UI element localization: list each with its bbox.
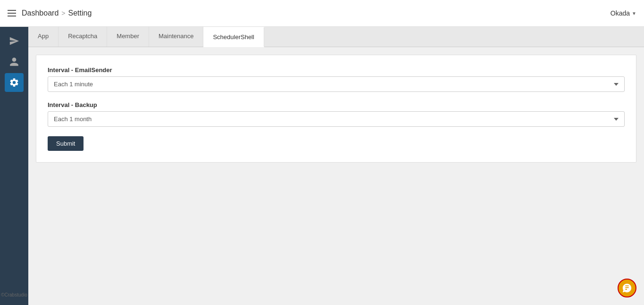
chevron-down-icon: ▼ [632, 11, 636, 16]
backup-label: Interval - Backup [48, 101, 625, 108]
sidebar-item-send[interactable] [5, 32, 24, 50]
submit-button[interactable]: Submit [48, 136, 84, 151]
chat-fab-button[interactable] [618, 279, 636, 297]
tab-recaptcha[interactable]: Recaptcha [59, 27, 107, 47]
send-icon [9, 36, 19, 46]
breadcrumb: Dashboard > Setting [22, 9, 92, 17]
sidebar-item-user[interactable] [5, 52, 24, 71]
gear-icon [9, 77, 19, 88]
app-wrapper: Dashboard > Setting Okada ▼ [0, 0, 644, 305]
sidebar-footer: ©Crabstudio [1, 292, 27, 297]
tab-schedulershell[interactable]: SchedulerShell [203, 27, 264, 47]
email-sender-group: Interval - EmailSender Each 1 minute Eac… [48, 66, 625, 92]
breadcrumb-separator: > [61, 9, 65, 17]
tab-app[interactable]: App [28, 27, 59, 47]
topbar-left: Dashboard > Setting [8, 9, 92, 17]
tab-maintenance[interactable]: Maintenance [149, 27, 203, 47]
tab-member[interactable]: Member [107, 27, 149, 47]
content-area: App Recaptcha Member Maintenance Schedul… [28, 27, 644, 305]
backup-group: Interval - Backup Each 1 day Each 1 week… [48, 101, 625, 127]
user-icon [9, 57, 19, 67]
main-body: ©Crabstudio App Recaptcha Member Mainten… [0, 27, 644, 305]
chat-icon [622, 283, 632, 293]
user-menu[interactable]: Okada ▼ [611, 9, 636, 17]
email-sender-label: Interval - EmailSender [48, 66, 625, 74]
hamburger-menu[interactable] [8, 10, 16, 16]
backup-select[interactable]: Each 1 day Each 1 week Each 1 month Each… [48, 111, 625, 127]
user-name: Okada [611, 9, 630, 17]
email-sender-select[interactable]: Each 1 minute Each 5 minutes Each 10 min… [48, 76, 625, 92]
breadcrumb-current: Setting [68, 9, 92, 17]
breadcrumb-dashboard[interactable]: Dashboard [22, 9, 59, 17]
sidebar: ©Crabstudio [0, 27, 28, 305]
settings-panel: Interval - EmailSender Each 1 minute Eac… [36, 55, 636, 163]
topbar: Dashboard > Setting Okada ▼ [0, 0, 644, 27]
tabs-bar: App Recaptcha Member Maintenance Schedul… [28, 27, 644, 47]
sidebar-item-settings[interactable] [5, 73, 24, 92]
